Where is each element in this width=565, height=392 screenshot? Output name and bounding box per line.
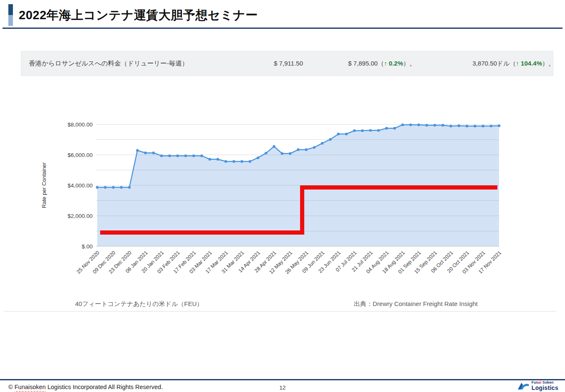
weekly-change-value: ↑ 0.2% [384,60,403,67]
title-accent-bar [8,4,13,26]
yoy-rate-value: 3,870.50ドル [472,60,510,67]
accent-bar-bottom [8,15,13,26]
page-title: 2022年海上コンテナ運賃大胆予想セミナー [19,7,258,23]
section-divider [4,311,556,312]
copyright-text: © Funaisoken Logistics Incorporated All … [8,384,163,390]
paren-close: ）。 [403,60,416,67]
paren-open: （ [378,60,384,67]
previous-rate-value: $ 7,895.00 [348,60,378,67]
rate-summary-bar: 香港からロサンゼルスへの料金（ドリューリー-毎週） $ 7,911.50 $ 7… [21,51,553,76]
paren-close: ）。 [542,60,555,67]
current-rate-value: $ 7,911.50 [222,51,303,76]
title-divider [3,28,562,29]
yoy-change-group: 3,870.50ドル（↑ 104.4%）。 [443,51,555,76]
route-label: 香港からロサンゼルスへの料金（ドリューリー-毎週） [29,51,188,76]
logo-company-line: Funai Soken [532,381,558,384]
logo-logistics-line: Logistics [532,385,558,391]
copyright-rest: Logistics Incorporated All Rights Reserv… [46,384,163,390]
company-name: Funaisoken [15,384,46,390]
accent-bar-top [8,4,13,15]
copyright-symbol: © [8,384,15,390]
page-number: 12 [274,384,291,391]
chart-source-caption: 出典：Drewry Container Freight Rate Insight [354,300,478,308]
seminar-slide: 2022年海上コンテナ運賃大胆予想セミナー 香港からロサンゼルスへの料金（ドリュ… [0,0,565,392]
svg-text:$.00: $.00 [82,243,93,250]
freight-rate-chart-canvas: $.00$2,000.00$4,000.00$6,000.00$8,000.00… [0,109,565,296]
svg-text:$8,000.00: $8,000.00 [68,121,93,128]
logo-wave-icon [517,381,530,390]
svg-text:$2,000.00: $2,000.00 [68,213,93,219]
paren-open: （ [510,60,516,67]
logo-text: Funai Soken Logistics [532,381,558,391]
company-logo: Funai Soken Logistics [517,381,558,391]
footer-divider [0,379,565,380]
weekly-change-group: $ 7,895.00（↑ 0.2%）。 [313,51,416,76]
yoy-change-value: ↑ 104.4% [516,60,542,67]
svg-text:$6,000.00: $6,000.00 [68,152,93,158]
chart-unit-caption: 40フィートコンテナあたりの米ドル（FEU） [75,300,203,308]
svg-text:$4,000.00: $4,000.00 [68,182,93,189]
